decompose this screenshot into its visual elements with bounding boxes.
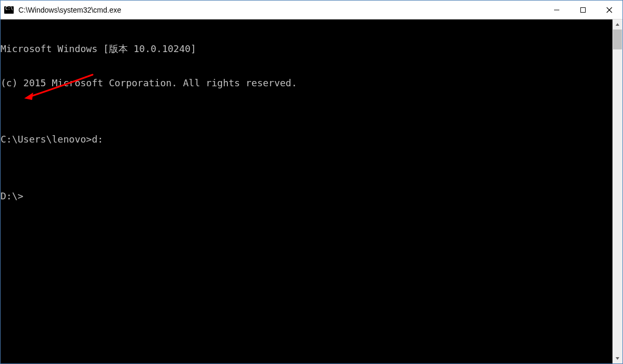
cmd-window: C:\Windows\system32\cmd.exe Micr <box>0 0 623 364</box>
console-line: D:\> <box>1 190 612 202</box>
scrollbar-up-button[interactable] <box>612 19 622 29</box>
chevron-down-icon <box>615 356 620 361</box>
close-button[interactable] <box>596 1 622 19</box>
svg-marker-4 <box>24 93 33 100</box>
chevron-up-icon <box>615 22 620 27</box>
maximize-button[interactable] <box>570 1 596 19</box>
console-line: C:\Users\lenovo>d: <box>1 134 612 145</box>
vertical-scrollbar[interactable] <box>612 19 622 363</box>
close-icon <box>606 7 612 13</box>
svg-marker-5 <box>616 23 619 26</box>
svg-rect-1 <box>581 7 586 12</box>
scrollbar-down-button[interactable] <box>612 353 622 363</box>
console-area[interactable]: Microsoft Windows [版本 10.0.10240] (c) 20… <box>1 19 622 363</box>
console-line: (c) 2015 Microsoft Corporation. All righ… <box>1 77 612 89</box>
titlebar[interactable]: C:\Windows\system32\cmd.exe <box>1 1 622 19</box>
console-line: Microsoft Windows [版本 10.0.10240] <box>1 43 612 55</box>
scrollbar-thumb[interactable] <box>613 29 622 49</box>
cmd-icon <box>4 6 14 14</box>
svg-marker-6 <box>616 357 619 360</box>
minimize-button[interactable] <box>544 1 570 19</box>
maximize-icon <box>580 7 586 13</box>
window-title: C:\Windows\system32\cmd.exe <box>18 6 544 14</box>
minimize-icon <box>554 7 560 13</box>
console-output[interactable]: Microsoft Windows [版本 10.0.10240] (c) 20… <box>1 19 612 363</box>
window-controls <box>544 1 622 19</box>
scrollbar-track[interactable] <box>612 29 622 353</box>
